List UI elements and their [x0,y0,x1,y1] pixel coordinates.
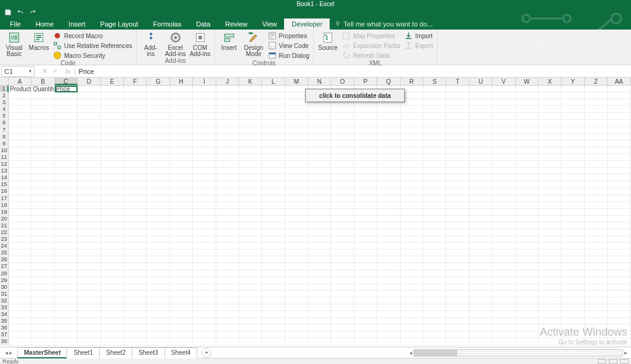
cell-D29[interactable] [78,277,100,284]
cell-Y7[interactable] [561,127,584,134]
cell-O15[interactable] [331,181,354,188]
cell-M19[interactable] [285,209,308,216]
cell-E16[interactable] [101,188,124,195]
cell-I30[interactable] [193,284,216,291]
cell-C16[interactable] [55,188,78,195]
cell-G34[interactable] [147,311,169,318]
cell-Y6[interactable] [561,119,584,126]
cell-AA29[interactable] [608,277,630,284]
cell-R23[interactable] [401,236,423,243]
row-header-31[interactable]: 31 [0,291,9,297]
cell-H3[interactable] [170,99,193,106]
cell-L10[interactable] [262,147,285,154]
com-addins-button[interactable]: COM Add-ins [190,31,211,57]
cell-H36[interactable] [170,325,193,331]
cell-V11[interactable] [492,154,515,161]
cell-T30[interactable] [446,284,469,291]
cell-F3[interactable] [124,99,147,106]
cell-E31[interactable] [101,291,124,297]
cell-F1[interactable] [124,86,147,92]
cell-B9[interactable] [31,140,54,147]
cell-T26[interactable] [446,256,469,263]
cell-O19[interactable] [331,209,354,216]
cell-K16[interactable] [239,188,262,195]
cell-B31[interactable] [31,291,54,297]
cell-W18[interactable] [516,202,539,209]
cell-U28[interactable] [470,270,492,277]
cell-B35[interactable] [31,318,54,325]
cell-E12[interactable] [101,161,124,168]
horizontal-scrollbar[interactable]: ◂ ▸ [211,349,631,357]
cell-G4[interactable] [147,106,169,113]
cell-Q32[interactable] [377,297,400,304]
cell-S14[interactable] [423,174,446,181]
cell-G13[interactable] [147,168,169,174]
cell-S1[interactable] [423,86,446,92]
cell-E32[interactable] [101,297,124,304]
cell-N34[interactable] [308,311,331,318]
cell-G12[interactable] [147,161,169,168]
col-header-F[interactable]: F [124,78,147,85]
cell-S37[interactable] [423,331,446,338]
cell-Q5[interactable] [377,113,400,119]
cell-J3[interactable] [216,99,239,106]
cell-U11[interactable] [470,154,492,161]
cell-K17[interactable] [239,195,262,202]
cell-P4[interactable] [354,106,377,113]
cell-F26[interactable] [124,256,147,263]
cell-F30[interactable] [124,284,147,291]
cell-K35[interactable] [239,318,262,325]
cell-D37[interactable] [78,331,100,338]
cell-P21[interactable] [354,222,377,229]
cell-M11[interactable] [285,154,308,161]
cell-B34[interactable] [31,311,54,318]
cell-Y8[interactable] [561,134,584,140]
cell-C27[interactable] [55,263,78,270]
cell-Z19[interactable] [585,209,608,216]
cell-G37[interactable] [147,331,169,338]
cell-I11[interactable] [193,154,216,161]
cell-I34[interactable] [193,311,216,318]
cell-B11[interactable] [31,154,54,161]
formula-input[interactable]: Price [75,68,631,75]
cell-D20[interactable] [78,216,100,222]
cell-Q27[interactable] [377,263,400,270]
cell-K36[interactable] [239,325,262,331]
cell-O5[interactable] [331,113,354,119]
cell-H29[interactable] [170,277,193,284]
cell-B5[interactable] [31,113,54,119]
cell-R26[interactable] [401,256,423,263]
cell-D6[interactable] [78,119,100,126]
row-header-21[interactable]: 21 [0,222,9,229]
cell-O10[interactable] [331,147,354,154]
hscroll-thumb[interactable] [414,350,457,356]
cell-X14[interactable] [539,174,561,181]
cell-V17[interactable] [492,195,515,202]
cell-W3[interactable] [516,99,539,106]
cell-W17[interactable] [516,195,539,202]
cell-P35[interactable] [354,318,377,325]
cell-AA30[interactable] [608,284,630,291]
cell-T16[interactable] [446,188,469,195]
cell-N16[interactable] [308,188,331,195]
cell-D35[interactable] [78,318,100,325]
cell-T18[interactable] [446,202,469,209]
cell-D19[interactable] [78,209,100,216]
sheet-tab-sheet3[interactable]: Sheet3 [132,347,165,358]
cell-AA20[interactable] [608,216,630,222]
cell-I28[interactable] [193,270,216,277]
cell-A2[interactable] [9,92,31,99]
cell-O14[interactable] [331,174,354,181]
cell-S4[interactable] [423,106,446,113]
cell-F34[interactable] [124,311,147,318]
cell-O38[interactable] [331,338,354,345]
cell-F5[interactable] [124,113,147,119]
cell-AA21[interactable] [608,222,630,229]
cell-F25[interactable] [124,249,147,256]
cell-W37[interactable] [516,331,539,338]
cell-W9[interactable] [516,140,539,147]
cell-X6[interactable] [539,119,561,126]
cell-G3[interactable] [147,99,169,106]
cell-S30[interactable] [423,284,446,291]
cell-P33[interactable] [354,304,377,311]
